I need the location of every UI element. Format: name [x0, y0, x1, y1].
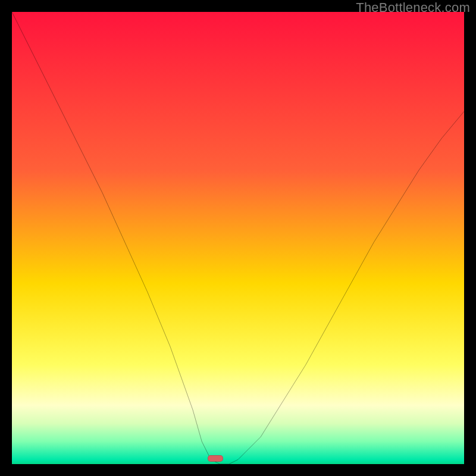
- plot-area: [12, 12, 464, 464]
- watermark-text: TheBottleneck.com: [356, 0, 470, 15]
- chart-frame: TheBottleneck.com: [0, 0, 476, 476]
- bottleneck-curve: [12, 12, 464, 464]
- optimum-marker: [208, 455, 224, 462]
